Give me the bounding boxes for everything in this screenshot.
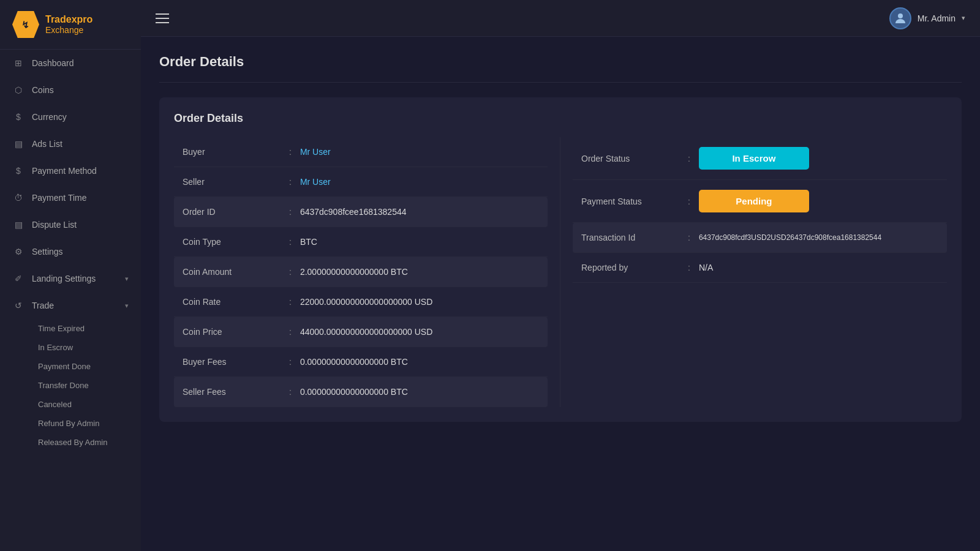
seller-label: Seller [183, 177, 281, 187]
sidebar-item-settings[interactable]: ⚙ Settings [0, 238, 141, 265]
sidebar-item-payment-time[interactable]: ⏱ Payment Time [0, 184, 141, 211]
order-id-label: Order ID [183, 207, 281, 217]
user-menu[interactable]: Mr. Admin ▾ [889, 7, 965, 29]
coin-rate-value: 22000.000000000000000000 USD [300, 297, 539, 307]
detail-grid: Buyer : Mr User Seller : Mr User Order I… [174, 137, 947, 407]
sidebar-item-ads-list[interactable]: ▤ Ads List [0, 130, 141, 157]
buyer-value[interactable]: Mr User [300, 147, 539, 157]
reported-by-label: Reported by [581, 263, 679, 272]
sidebar: ↯ Tradexpro Exchange ⊞ Dashboard ⬡ Coins… [0, 0, 141, 551]
main-area: Mr. Admin ▾ Order Details Order Details … [141, 0, 980, 551]
hamburger-button[interactable] [156, 13, 169, 23]
row-coin-price: Coin Price : 44000.000000000000000000 US… [174, 317, 548, 347]
svg-point-2 [898, 13, 903, 18]
brand-name: Tradexpro Exchange [45, 14, 92, 35]
dashboard-icon: ⊞ [12, 57, 24, 69]
transaction-id-label: Transaction Id [581, 233, 679, 242]
payment-method-icon: $ [12, 165, 24, 177]
row-buyer-fees: Buyer Fees : 0.00000000000000000 BTC [174, 347, 548, 377]
ads-list-icon: ▤ [12, 138, 24, 150]
admin-name: Mr. Admin [918, 13, 956, 23]
trade-subitems: Time Expired In Escrow Payment Done Tran… [0, 319, 141, 452]
reported-by-value: N/A [699, 263, 938, 272]
subitem-payment-done[interactable]: Payment Done [32, 357, 141, 376]
seller-fees-value: 0.00000000000000000 BTC [300, 387, 539, 397]
sidebar-item-dispute-list[interactable]: ▤ Dispute List [0, 211, 141, 238]
row-coin-amount: Coin Amount : 2.00000000000000000 BTC [174, 257, 548, 287]
subitem-refund-by-admin[interactable]: Refund By Admin [32, 414, 141, 433]
row-seller: Seller : Mr User [174, 167, 548, 197]
order-details-card: Order Details Buyer : Mr User Seller : M… [159, 97, 962, 422]
sidebar-item-dashboard[interactable]: ⊞ Dashboard [0, 50, 141, 77]
landing-settings-icon: ✐ [12, 272, 24, 285]
row-coin-rate: Coin Rate : 22000.000000000000000000 USD [174, 287, 548, 317]
coin-price-label: Coin Price [183, 327, 281, 337]
seller-value[interactable]: Mr User [300, 177, 539, 187]
coins-icon: ⬡ [12, 84, 24, 96]
user-dropdown-icon: ▾ [962, 14, 965, 22]
subitem-canceled[interactable]: Canceled [32, 395, 141, 414]
page-title: Order Details [159, 54, 962, 70]
seller-fees-label: Seller Fees [183, 387, 281, 397]
trade-chevron-icon: ▾ [125, 302, 129, 310]
avatar [889, 7, 911, 29]
coin-type-value: BTC [300, 237, 539, 247]
logo-icon: ↯ [12, 11, 39, 38]
order-status-badge: In Escrow [699, 147, 809, 170]
right-column: Order Status : In Escrow Payment Status … [560, 137, 947, 407]
svg-text:↯: ↯ [21, 20, 29, 30]
currency-icon: $ [12, 111, 24, 123]
logo-area: ↯ Tradexpro Exchange [0, 0, 141, 50]
chevron-down-icon: ▾ [125, 275, 129, 283]
subitem-released-by-admin[interactable]: Released By Admin [32, 433, 141, 452]
payment-status-badge: Pending [699, 190, 809, 212]
sidebar-item-landing-settings[interactable]: ✐ Landing Settings ▾ [0, 265, 141, 292]
buyer-fees-label: Buyer Fees [183, 357, 281, 367]
row-coin-type: Coin Type : BTC [174, 227, 548, 257]
dispute-list-icon: ▤ [12, 219, 24, 231]
row-order-id: Order ID : 6437dc908fcee1681382544 [174, 197, 548, 227]
coin-amount-label: Coin Amount [183, 267, 281, 277]
topbar: Mr. Admin ▾ [141, 0, 980, 37]
buyer-label: Buyer [183, 147, 281, 157]
row-buyer: Buyer : Mr User [174, 137, 548, 167]
payment-time-icon: ⏱ [12, 192, 24, 204]
order-id-value: 6437dc908fcee1681382544 [300, 207, 539, 217]
sidebar-item-trade[interactable]: ↺ Trade ▾ [0, 292, 141, 319]
row-order-status: Order Status : In Escrow [573, 137, 947, 180]
payment-status-label: Payment Status [581, 197, 679, 206]
buyer-fees-value: 0.00000000000000000 BTC [300, 357, 539, 367]
coin-price-value: 44000.000000000000000000 USD [300, 327, 539, 337]
row-seller-fees: Seller Fees : 0.00000000000000000 BTC [174, 377, 548, 407]
left-column: Buyer : Mr User Seller : Mr User Order I… [174, 137, 560, 407]
divider [159, 82, 962, 83]
coin-type-label: Coin Type [183, 237, 281, 247]
trade-icon: ↺ [12, 299, 24, 312]
settings-icon: ⚙ [12, 246, 24, 258]
transaction-id-value: 6437dc908fcdf3USD2USD26437dc908fcea16813… [699, 233, 938, 242]
subitem-transfer-done[interactable]: Transfer Done [32, 376, 141, 395]
coin-amount-value: 2.00000000000000000 BTC [300, 267, 539, 277]
row-reported-by: Reported by : N/A [573, 253, 947, 283]
coin-rate-label: Coin Rate [183, 297, 281, 307]
sidebar-item-currency[interactable]: $ Currency [0, 103, 141, 130]
row-payment-status: Payment Status : Pending [573, 180, 947, 223]
content-area: Order Details Order Details Buyer : Mr U… [141, 37, 980, 551]
order-status-label: Order Status [581, 154, 679, 163]
subitem-in-escrow[interactable]: In Escrow [32, 338, 141, 357]
row-transaction-id: Transaction Id : 6437dc908fcdf3USD2USD26… [573, 223, 947, 253]
subitem-time-expired[interactable]: Time Expired [32, 319, 141, 338]
sidebar-item-coins[interactable]: ⬡ Coins [0, 77, 141, 103]
sidebar-item-payment-method[interactable]: $ Payment Method [0, 157, 141, 184]
card-title: Order Details [174, 112, 947, 125]
